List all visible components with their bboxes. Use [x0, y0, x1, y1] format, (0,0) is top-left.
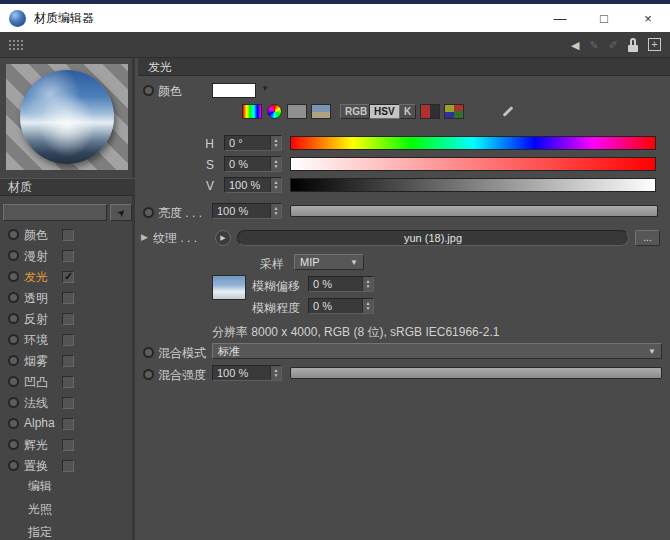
color-param-radio[interactable]: [143, 85, 154, 96]
channel-checkbox[interactable]: [62, 313, 74, 325]
spin-down-icon[interactable]: ▼: [366, 306, 371, 311]
channel-checkbox[interactable]: [62, 418, 74, 430]
sidebar-item-edit[interactable]: 编辑: [28, 478, 52, 495]
spin-arrows[interactable]: ▲▼: [270, 178, 281, 192]
sidebar-item-assign[interactable]: 指定: [28, 524, 52, 540]
spin-arrows[interactable]: ▲▼: [270, 157, 281, 171]
channel-radio[interactable]: [8, 439, 19, 450]
channel-checkbox[interactable]: [62, 271, 74, 283]
brightness-slider[interactable]: [290, 205, 658, 217]
add-icon[interactable]: +: [648, 38, 661, 51]
mix-strength-slider[interactable]: [290, 367, 662, 379]
pen-icon[interactable]: ✎: [590, 38, 599, 52]
material-name-field[interactable]: [3, 204, 107, 221]
mix-mode-dropdown[interactable]: 标准 ▼: [212, 343, 662, 359]
color-swatch[interactable]: [212, 83, 256, 98]
value-gradient-bar[interactable]: [290, 178, 656, 192]
channel-label[interactable]: 环境: [24, 332, 48, 349]
channel-checkbox[interactable]: [62, 376, 74, 388]
spin-down-icon[interactable]: ▼: [274, 185, 279, 190]
channel-radio[interactable]: [8, 292, 19, 303]
pick-material-button[interactable]: ➤: [110, 204, 132, 221]
spin-down-icon[interactable]: ▼: [274, 373, 279, 378]
spectrum-icon[interactable]: [242, 104, 262, 119]
channel-radio[interactable]: [8, 355, 19, 366]
channel-label[interactable]: 置换: [24, 458, 48, 475]
lock-icon[interactable]: [628, 38, 638, 52]
mixer-quad-icon[interactable]: [444, 104, 464, 119]
blur-offset-spinner[interactable]: 0 % ▲▼: [308, 276, 374, 292]
maximize-button[interactable]: □: [582, 4, 626, 32]
channel-checkbox[interactable]: [62, 439, 74, 451]
mixer-icon[interactable]: [420, 104, 440, 119]
texture-menu-button[interactable]: ▶: [215, 230, 231, 246]
channel-label[interactable]: 凹凸: [24, 374, 48, 391]
channel-radio[interactable]: [8, 229, 19, 240]
channel-checkbox[interactable]: [62, 334, 74, 346]
close-button[interactable]: ×: [626, 4, 670, 32]
channel-label[interactable]: 漫射: [24, 248, 48, 265]
texture-thumbnail: [212, 275, 246, 300]
brightness-spinner[interactable]: 100 % ▲▼: [212, 203, 282, 219]
spin-down-icon[interactable]: ▼: [274, 211, 279, 216]
channel-radio[interactable]: [8, 418, 19, 429]
saturation-gradient-bar[interactable]: [290, 157, 656, 171]
channel-checkbox[interactable]: [62, 355, 74, 367]
spin-arrows[interactable]: ▲▼: [270, 204, 281, 218]
hue-gradient-bar[interactable]: [290, 136, 656, 150]
channel-checkbox[interactable]: [62, 229, 74, 241]
channel-label[interactable]: 辉光: [24, 437, 48, 454]
texture-filename-field[interactable]: yun (18).jpg: [237, 230, 629, 246]
channel-label[interactable]: 颜色: [24, 227, 48, 244]
channel-label[interactable]: Alpha: [24, 416, 55, 430]
spin-arrows[interactable]: ▲▼: [270, 136, 281, 150]
disclosure-icon[interactable]: ▶: [141, 232, 148, 242]
channel-radio[interactable]: [8, 397, 19, 408]
sidebar-item-illumination[interactable]: 光照: [28, 501, 52, 518]
channel-radio[interactable]: [8, 271, 19, 282]
minimize-button[interactable]: —: [538, 4, 582, 32]
gray-swatch-icon[interactable]: [287, 104, 307, 119]
channel-label[interactable]: 法线: [24, 395, 48, 412]
blur-strength-spinner[interactable]: 0 % ▲▼: [308, 298, 374, 314]
drag-grip-icon[interactable]: [8, 39, 23, 50]
sampling-dropdown[interactable]: MIP ▼: [294, 254, 364, 270]
channel-label[interactable]: 透明: [24, 290, 48, 307]
material-preview[interactable]: [6, 64, 128, 170]
mix-strength-param-radio[interactable]: [143, 369, 154, 380]
browse-button[interactable]: ...: [635, 230, 660, 246]
channel-label[interactable]: 反射: [24, 311, 48, 328]
channel-checkbox[interactable]: [62, 292, 74, 304]
k-mode-button[interactable]: K: [399, 104, 416, 119]
spin-down-icon[interactable]: ▼: [274, 143, 279, 148]
color-wheel-icon[interactable]: [267, 104, 282, 119]
saturation-spinner[interactable]: 0 % ▲▼: [224, 156, 282, 172]
spin-arrows[interactable]: ▲▼: [362, 299, 373, 313]
swatch-menu-icon[interactable]: ▼: [261, 84, 269, 93]
image-picker-icon[interactable]: [311, 104, 331, 119]
channel-radio[interactable]: [8, 460, 19, 471]
channel-radio[interactable]: [8, 376, 19, 387]
mix-mode-param-radio[interactable]: [143, 347, 154, 358]
brightness-param-radio[interactable]: [143, 207, 154, 218]
spin-down-icon[interactable]: ▼: [274, 164, 279, 169]
hsv-mode-button[interactable]: HSV: [369, 104, 400, 119]
value-spinner[interactable]: 100 % ▲▼: [224, 177, 282, 193]
channel-checkbox[interactable]: [62, 250, 74, 262]
channel-label[interactable]: 发光: [24, 269, 48, 286]
eyedropper-icon[interactable]: [500, 104, 516, 119]
spin-arrows[interactable]: ▲▼: [270, 366, 281, 380]
spin-down-icon[interactable]: ▼: [366, 284, 371, 289]
channel-radio[interactable]: [8, 334, 19, 345]
mix-strength-spinner[interactable]: 100 % ▲▼: [212, 365, 282, 381]
back-icon[interactable]: ◀: [571, 38, 579, 52]
channel-radio[interactable]: [8, 250, 19, 261]
channel-radio[interactable]: [8, 313, 19, 324]
channel-label[interactable]: 烟雾: [24, 353, 48, 370]
spin-arrows[interactable]: ▲▼: [362, 277, 373, 291]
pin-icon[interactable]: ✐: [609, 38, 618, 52]
channel-checkbox[interactable]: [62, 460, 74, 472]
channel-checkbox[interactable]: [62, 397, 74, 409]
hue-spinner[interactable]: 0 ° ▲▼: [224, 135, 282, 151]
rgb-mode-button[interactable]: RGB: [340, 104, 372, 119]
